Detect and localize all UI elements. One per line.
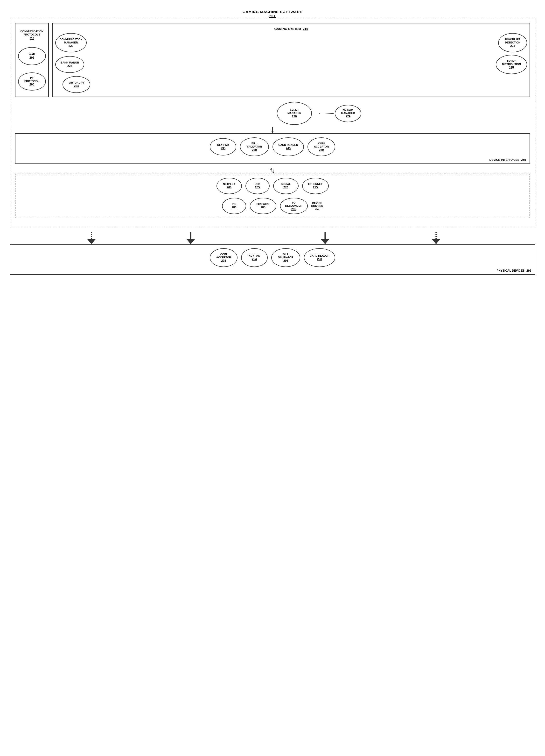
bank-mangr-oval: BANK MANGR 222	[55, 56, 84, 73]
device-drivers-box: NETPLEX 260 USB 265 SERIAL 270 ETHERNET …	[15, 174, 530, 218]
netplex-oval: NETPLEX 260	[217, 178, 242, 194]
dd-label: DEVICE DRIVERS	[311, 202, 323, 207]
dd-num: 259	[315, 207, 319, 210]
device-interfaces-row: KEY PAD 235 BILL VALIDATOR 240 CARD READ…	[20, 137, 525, 156]
pci-label: PCI	[232, 203, 236, 206]
card-reader-pd-oval: CARD READER 298	[304, 248, 335, 267]
card-reader-di-oval: CARD READER 245	[272, 137, 304, 156]
netplex-num: 260	[227, 186, 232, 189]
coin-acceptor-pd-oval: COIN ACCEPTOR 293	[210, 248, 238, 267]
serial-num: 270	[283, 186, 288, 189]
gaming-machine-software-box: COMMUNICATION PROTOCOLS 210 WAP 205 PT P…	[10, 19, 535, 227]
svg-marker-2	[270, 168, 272, 170]
firewire-label: FIREWIRE	[257, 203, 270, 206]
key-pad-di-oval: KEY PAD 235	[210, 138, 236, 155]
evt-mgr-num: 230	[292, 115, 296, 118]
pwr-hit-num: 228	[510, 44, 515, 48]
key-pad-pd-oval: KEY PAD 294	[241, 248, 268, 267]
communication-protocols-box: COMMUNICATION PROTOCOLS 210 WAP 205 PT P…	[15, 23, 49, 97]
event-manager-row: EVENT MANAGER 230 NV-RAM MANAGER 229	[15, 102, 530, 125]
bill-val-pd-num: 296	[283, 259, 288, 262]
ethernet-label: ETHERNET	[308, 183, 322, 186]
device-interfaces-label: DEVICE INTERFACES 255	[489, 158, 526, 162]
key-pad-di-label: KEY PAD	[217, 143, 229, 147]
bill-val-di-num: 240	[252, 148, 257, 152]
svg-marker-1	[271, 131, 274, 133]
evt-dist-label: EVENT DISTRIBUTION	[502, 60, 521, 66]
io-debouncer-num: 290	[291, 207, 296, 211]
title-num: 201	[270, 14, 275, 18]
ethernet-num: 275	[313, 186, 317, 189]
device-interfaces-box: KEY PAD 235 BILL VALIDATOR 240 CARD READ…	[15, 133, 530, 164]
card-reader-di-num: 245	[286, 147, 290, 150]
event-manager-oval: EVENT MANAGER 230	[277, 102, 312, 125]
gaming-system-label: GAMING SYSTEM 215	[55, 27, 527, 31]
gaming-system-box: GAMING SYSTEM 215 COMMUNICATION MANAGER …	[52, 23, 530, 97]
bill-validator-di-oval: BILL VALIDATOR 240	[240, 137, 269, 156]
key-pad-pd-num: 294	[252, 257, 257, 261]
event-distribution-oval: EVENT DISTRIBUTION 225	[496, 55, 527, 74]
dd-row-1: NETPLEX 260 USB 265 SERIAL 270 ETHERNET …	[20, 178, 525, 194]
dd-rows: NETPLEX 260 USB 265 SERIAL 270 ETHERNET …	[20, 178, 525, 214]
svg-marker-9	[187, 239, 195, 244]
evt-dist-num: 225	[509, 66, 514, 69]
svg-marker-11	[321, 239, 329, 244]
physical-devices-row: COIN ACCEPTOR 293 KEY PAD 294 BILL VALID…	[15, 248, 530, 267]
cp-label: COMMUNICATION PROTOCOLS	[20, 30, 43, 36]
netplex-label: NETPLEX	[223, 183, 235, 186]
firewire-oval: FIREWIRE 285	[250, 198, 276, 214]
virtual-pt-oval: VIRTUAL PT 224	[63, 76, 90, 93]
coin-acc-di-label: COIN ACCEPTOR	[314, 142, 329, 148]
card-reader-pd-label: CARD READER	[310, 254, 329, 257]
svg-marker-7	[87, 239, 96, 244]
bill-validator-pd-oval: BILL VALIDATOR 296	[271, 248, 300, 267]
nv-ram-manager-oval: NV-RAM MANAGER 229	[335, 105, 361, 122]
firewire-num: 285	[261, 206, 266, 209]
pci-oval: PCI 280	[222, 198, 246, 214]
wap-num: 205	[29, 56, 34, 59]
wap-oval: WAP 205	[18, 47, 46, 65]
virtual-pt-label: VIRTUAL PT	[69, 81, 84, 84]
cp-label-text: COMMUNICATION PROTOCOLS 210	[20, 29, 43, 40]
main-title: GAMING MACHINE SOFTWARE 201	[10, 10, 535, 18]
physical-devices-box: COIN ACCEPTOR 293 KEY PAD 294 BILL VALID…	[10, 244, 535, 275]
coin-acc-pd-label: COIN ACCEPTOR	[216, 253, 231, 259]
top-area: COMMUNICATION PROTOCOLS 210 WAP 205 PT P…	[15, 23, 530, 97]
key-pad-pd-label: KEY PAD	[249, 254, 260, 257]
io-debouncer-oval: I/O DEBOUNCER 290	[280, 198, 308, 214]
pt-protocol-num: 200	[29, 83, 34, 86]
key-pad-di-num: 235	[221, 147, 226, 150]
di-dd-connector	[15, 168, 530, 174]
title-text: GAMING MACHINE SOFTWARE	[243, 10, 302, 14]
wap-label: WAP	[29, 53, 35, 56]
usb-label: USB	[255, 183, 260, 186]
nv-ram-label: NV-RAM MANAGER	[341, 108, 355, 115]
svg-marker-5	[272, 172, 274, 174]
bank-mangr-label: BANK MANGR	[61, 61, 79, 64]
pwr-hit-label: POWER HIT DETECTION	[505, 38, 520, 44]
em-to-di-connector	[15, 127, 530, 133]
coin-acc-di-num: 250	[319, 148, 324, 152]
card-reader-di-label: CARD READER	[278, 143, 298, 147]
bill-val-di-label: BILL VALIDATOR	[247, 142, 262, 148]
pci-num: 280	[232, 206, 237, 209]
comm-manager-num: 220	[69, 44, 73, 48]
evt-mgr-label: EVENT MANAGER	[287, 108, 301, 115]
bank-mangr-num: 222	[67, 64, 72, 68]
dd-pd-connector	[10, 232, 535, 244]
diagram-page: GAMING MACHINE SOFTWARE 201 COMMUNICATIO…	[5, 5, 540, 280]
dd-row-2: PCI 280 FIREWIRE 285 I/O DEBOUNCER 290 D…	[20, 198, 525, 214]
coin-acceptor-di-oval: COIN ACCEPTOR 250	[307, 137, 335, 156]
physical-devices-label: PHYSICAL DEVICES 292	[496, 269, 531, 272]
device-drivers-label-box: DEVICE DRIVERS 259	[311, 202, 323, 210]
comm-manager-label: COMMUNICATION MANAGER	[59, 38, 82, 44]
pt-protocol-oval: PT PROTOCOL 200	[18, 72, 46, 91]
io-debouncer-label: I/O DEBOUNCER	[285, 201, 302, 207]
pt-protocol-label: PT PROTOCOL	[24, 77, 39, 83]
bill-val-pd-label: BILL VALIDATOR	[278, 253, 293, 259]
ethernet-oval: ETHERNET 275	[302, 178, 329, 194]
power-hit-detection-oval: POWER HIT DETECTION 228	[498, 33, 527, 52]
cp-num: 210	[30, 37, 34, 40]
usb-oval: USB 265	[246, 178, 270, 194]
card-reader-pd-num: 298	[317, 257, 322, 261]
